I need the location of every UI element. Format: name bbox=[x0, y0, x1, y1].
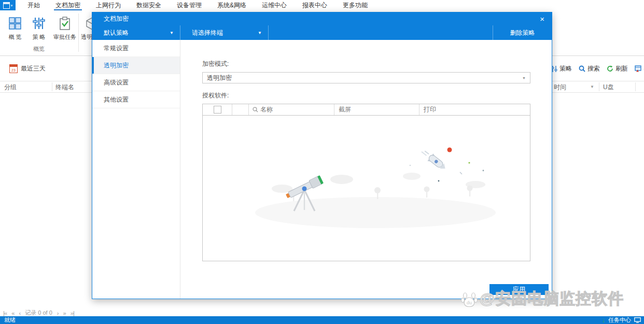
monitor-icon[interactable] bbox=[634, 317, 641, 323]
delete-policy-label: 删除策略 bbox=[510, 29, 535, 37]
encryption-mode-select[interactable]: 透明加密 ▼ bbox=[202, 72, 530, 83]
close-icon[interactable]: × bbox=[540, 15, 544, 23]
select-all-checkbox[interactable] bbox=[214, 106, 221, 114]
action-label: 策略 bbox=[559, 64, 572, 73]
terminal-select-dropdown[interactable]: 请选择终端 ▼ bbox=[180, 25, 269, 40]
header-cell-checkbox bbox=[203, 104, 232, 115]
tab-doc-encryption[interactable]: 文档加密 bbox=[48, 0, 88, 10]
header-cell-screenshot: 截屏 bbox=[334, 104, 419, 115]
calendar-icon: 23 bbox=[9, 64, 18, 73]
pager-next-fast-button[interactable]: ›› bbox=[63, 310, 65, 316]
dialog-nav: 常规设置 透明加密 高级设置 其他设置 bbox=[92, 40, 180, 299]
column-print-label: 打印 bbox=[424, 105, 436, 114]
export-icon bbox=[635, 65, 641, 72]
nav-item-other-settings[interactable]: 其他设置 bbox=[92, 91, 180, 108]
refresh-icon bbox=[607, 65, 613, 72]
doc-encryption-dialog: 文档加密 × 默认策略 ▼ 请选择终端 ▼ 删除策略 常规设置 透明加密 高级设… bbox=[92, 12, 552, 299]
tab-more-functions[interactable]: 更多功能 bbox=[335, 0, 375, 10]
ribbon-overview-button[interactable]: 概 览 bbox=[3, 13, 27, 41]
tab-start[interactable]: 开始 bbox=[20, 0, 48, 10]
ribbon-group-separator bbox=[78, 13, 79, 52]
column-divider bbox=[635, 82, 636, 91]
toolbar-actions: 策略 搜索 刷新 导出 bbox=[551, 64, 644, 73]
download-arrow-icon: ↓ bbox=[602, 317, 605, 323]
header-cell-name[interactable]: 名称 bbox=[249, 104, 334, 115]
policy-sliders-icon bbox=[27, 13, 51, 30]
policy-action-button[interactable]: 策略 bbox=[551, 64, 572, 73]
tab-data-security[interactable]: 数据安全 bbox=[129, 0, 169, 10]
tab-ops-center[interactable]: 运维中心 bbox=[254, 0, 295, 10]
ribbon-approval-tasks-button[interactable]: 审批任务 bbox=[51, 13, 79, 41]
overview-grid-icon bbox=[3, 13, 27, 30]
app-window: ▾ 开始 文档加密 上网行为 数据安全 设备管理 系统&网络 运维中心 报表中心… bbox=[0, 0, 644, 324]
menubar: ▾ 开始 文档加密 上网行为 数据安全 设备管理 系统&网络 运维中心 报表中心… bbox=[0, 0, 644, 10]
tab-report-center[interactable]: 报表中心 bbox=[295, 0, 335, 10]
encryption-mode-value: 透明加密 bbox=[207, 74, 232, 82]
record-pager: |‹‹ ‹‹ ‹ 记录 0 of 0 › ›› ››| bbox=[3, 309, 74, 317]
authorized-software-label: 授权软件: bbox=[202, 91, 530, 100]
paw-du-text: du bbox=[467, 300, 472, 305]
column-header-group[interactable]: 分组 bbox=[4, 83, 17, 92]
export-button[interactable]: 导出 bbox=[635, 64, 644, 73]
ribbon-group-label: 概览 bbox=[0, 45, 78, 53]
task-center-button[interactable]: 任务中心 bbox=[608, 316, 631, 324]
action-label: 刷新 bbox=[615, 64, 628, 73]
pager-first-button[interactable]: |‹‹ bbox=[3, 310, 7, 316]
ribbon-button-label: 策 略 bbox=[27, 33, 51, 41]
date-filter-button[interactable]: 23 最近三天 bbox=[9, 64, 46, 73]
rocket bbox=[419, 147, 448, 172]
chevron-down-icon: ▼ bbox=[170, 31, 174, 35]
nav-item-advanced-settings[interactable]: 高级设置 bbox=[92, 74, 180, 91]
app-window-icon bbox=[3, 2, 10, 9]
pager-prev-button[interactable]: ‹ bbox=[19, 310, 21, 316]
chevron-down-icon: ▼ bbox=[258, 31, 262, 35]
tab-device-mgmt[interactable]: 设备管理 bbox=[169, 0, 209, 10]
delete-policy-button[interactable]: 删除策略 bbox=[493, 25, 552, 40]
apply-button[interactable]: 应用 bbox=[489, 284, 549, 295]
pager-record-label: 记录 0 of 0 bbox=[25, 309, 52, 317]
dialog-title-bar: 文档加密 × bbox=[92, 12, 552, 25]
pager-last-button[interactable]: ››| bbox=[71, 310, 74, 316]
ribbon-button-label: 审批任务 bbox=[51, 33, 79, 41]
authorized-software-table: 名称 截屏 打印 bbox=[202, 104, 530, 261]
date-filter-label: 最近三天 bbox=[21, 64, 46, 73]
menu-tabs: 开始 文档加密 上网行为 数据安全 设备管理 系统&网络 运维中心 报表中心 更… bbox=[20, 0, 375, 10]
policy-select-dropdown[interactable]: 默认策略 ▼ bbox=[92, 25, 180, 40]
search-button[interactable]: 搜索 bbox=[579, 64, 600, 73]
action-label: 搜索 bbox=[587, 64, 600, 73]
dialog-main-panel: 加密模式: 透明加密 ▼ 授权软件: bbox=[180, 40, 552, 299]
filter-arrow-icon[interactable]: ▼ bbox=[590, 84, 594, 89]
app-menu-button[interactable]: ▾ bbox=[0, 0, 16, 10]
encryption-mode-label: 加密模式: bbox=[202, 60, 530, 68]
pager-next-button[interactable]: › bbox=[57, 310, 59, 316]
ribbon-button-label: 概 览 bbox=[3, 33, 27, 41]
approval-clipboard-icon bbox=[51, 13, 79, 30]
search-icon bbox=[253, 107, 258, 112]
status-bar: 就绪 ↓ 任务中心 bbox=[0, 316, 644, 324]
chevron-down-icon: ▼ bbox=[522, 76, 526, 80]
tab-system-network[interactable]: 系统&网络 bbox=[209, 0, 254, 10]
dialog-body: 常规设置 透明加密 高级设置 其他设置 加密模式: 透明加密 ▼ 授权软件: bbox=[92, 40, 552, 299]
authorized-table-empty-body bbox=[203, 116, 530, 261]
ribbon-policy-button[interactable]: 策 略 bbox=[27, 13, 51, 41]
status-ready-label: 就绪 bbox=[4, 316, 16, 324]
refresh-button[interactable]: 刷新 bbox=[607, 64, 628, 73]
column-header-usb[interactable]: U盘 bbox=[603, 83, 614, 92]
app-caret-icon: ▾ bbox=[11, 4, 13, 7]
column-header-time[interactable]: 时间 bbox=[554, 83, 566, 92]
empty-state-illustration bbox=[254, 141, 502, 232]
column-name-label: 名称 bbox=[260, 105, 273, 114]
dialog-title: 文档加密 bbox=[104, 15, 129, 23]
policy-select-value: 默认策略 bbox=[104, 29, 129, 37]
column-header-terminal[interactable]: 终端名 bbox=[55, 83, 74, 92]
nav-item-transparent-encryption[interactable]: 透明加密 bbox=[92, 57, 180, 74]
tab-web-behavior[interactable]: 上网行为 bbox=[88, 0, 129, 10]
authorized-table-header: 名称 截屏 打印 bbox=[203, 104, 530, 116]
dialog-toolbar: 默认策略 ▼ 请选择终端 ▼ 删除策略 bbox=[92, 25, 552, 40]
column-divider bbox=[52, 82, 52, 91]
header-cell-blank bbox=[232, 104, 249, 115]
search-icon bbox=[579, 65, 585, 72]
pager-prev-fast-button[interactable]: ‹‹ bbox=[11, 310, 14, 316]
nav-item-general-settings[interactable]: 常规设置 bbox=[92, 40, 180, 57]
header-cell-print: 打印 bbox=[419, 104, 530, 115]
